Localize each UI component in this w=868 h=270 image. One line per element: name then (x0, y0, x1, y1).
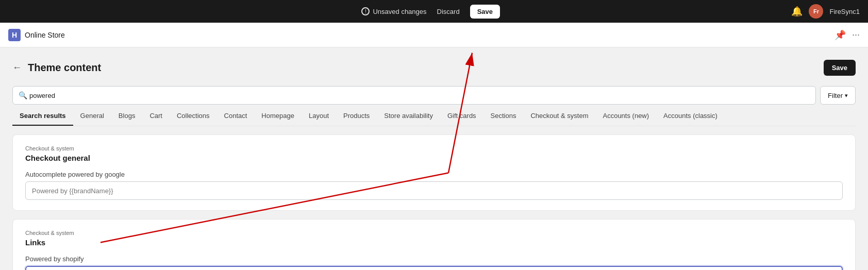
tab-layout[interactable]: Layout (302, 107, 336, 126)
tab-blogs[interactable]: Blogs (111, 107, 143, 126)
search-input[interactable] (12, 86, 816, 105)
tab-accounts-classic[interactable]: Accounts (classic) (656, 107, 725, 126)
content-area: Checkout & systemCheckout generalAutocom… (0, 126, 868, 270)
more-icon[interactable]: ··· (852, 29, 860, 40)
page-header: ← Theme content Save (12, 60, 856, 76)
store-name: Online Store (25, 31, 65, 39)
main-content: ← Theme content Save 🔍 Filter ▾ Search r… (0, 47, 868, 126)
unsaved-label: Unsaved changes (373, 8, 426, 15)
notifications-icon[interactable]: 🔔 (791, 6, 803, 17)
tab-accounts-new[interactable]: Accounts (new) (595, 107, 656, 126)
warning-icon: ! (361, 7, 370, 15)
save-top-button[interactable]: Save (470, 5, 500, 19)
nav-logo: H (8, 29, 21, 41)
tab-products[interactable]: Products (336, 107, 377, 126)
tab-contact[interactable]: Contact (217, 107, 255, 126)
top-bar: ! Unsaved changes Discard Save 🔔 Fr Fire… (0, 0, 868, 23)
section-title: Checkout general (25, 154, 843, 162)
tab-checkout-system[interactable]: Checkout & system (523, 107, 595, 126)
chevron-down-icon: ▾ (845, 92, 848, 99)
section-links: Checkout & systemLinksPowered by shopify (12, 219, 856, 270)
tab-gift-cards[interactable]: Gift cards (440, 107, 483, 126)
filter-button[interactable]: Filter ▾ (820, 86, 856, 105)
filter-label: Filter (828, 92, 843, 99)
tab-search-results[interactable]: Search results (12, 107, 73, 126)
top-bar-center: ! Unsaved changes Discard Save (361, 5, 500, 19)
section-label: Checkout & system (25, 230, 843, 236)
search-filter-row: 🔍 Filter ▾ (12, 86, 856, 105)
section-title: Links (25, 238, 843, 247)
page-header-left: ← Theme content (12, 62, 101, 74)
section-checkout-general: Checkout & systemCheckout generalAutocom… (12, 134, 856, 211)
tabs-row: Search resultsGeneralBlogsCartCollection… (12, 107, 856, 126)
nav-left: H Online Store (8, 29, 65, 41)
discard-button[interactable]: Discard (433, 6, 464, 18)
tab-homepage[interactable]: Homepage (254, 107, 302, 126)
page-title: Theme content (28, 62, 101, 74)
search-wrapper: 🔍 (12, 86, 816, 105)
tab-general[interactable]: General (73, 107, 111, 126)
nav-right: 📌 ··· (834, 29, 860, 41)
tab-sections[interactable]: Sections (483, 107, 524, 126)
search-icon: 🔍 (19, 91, 27, 99)
field-label-autocomplete-field: Autocomplete powered by google (25, 171, 843, 178)
top-bar-right: 🔔 Fr FireSync1 (791, 4, 860, 19)
pin-icon[interactable]: 📌 (834, 29, 846, 41)
nav-bar: H Online Store 📌 ··· (0, 23, 868, 47)
user-name: FireSync1 (829, 8, 860, 15)
save-main-button[interactable]: Save (824, 60, 856, 76)
unsaved-badge: ! Unsaved changes (361, 7, 426, 15)
field-input-autocomplete-field[interactable] (25, 181, 843, 200)
tab-cart[interactable]: Cart (142, 107, 170, 126)
back-button[interactable]: ← (12, 62, 22, 73)
tab-collections[interactable]: Collections (170, 107, 217, 126)
tab-store-availability[interactable]: Store availability (377, 107, 440, 126)
avatar[interactable]: Fr (809, 4, 823, 19)
field-input-powered-shopify-field[interactable] (25, 266, 843, 270)
section-label: Checkout & system (25, 145, 843, 151)
field-label-powered-shopify-field: Powered by shopify (25, 255, 843, 263)
